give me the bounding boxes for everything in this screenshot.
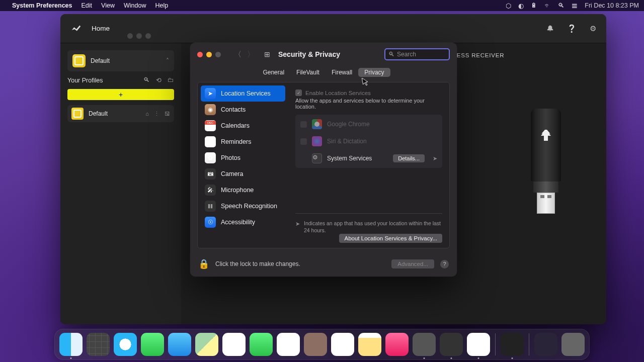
profile-row[interactable]: Default ⌂ ⋮ 🖫 bbox=[67, 105, 174, 122]
dock-maps[interactable] bbox=[195, 333, 218, 356]
dock-notes[interactable] bbox=[358, 333, 381, 356]
dock[interactable] bbox=[54, 329, 590, 360]
menubar: System Preferences Edit View Window Help… bbox=[0, 0, 644, 11]
help-icon[interactable]: ❔ bbox=[567, 24, 577, 33]
search-field[interactable]: 🔍︎ Search bbox=[384, 48, 450, 60]
cat-contacts[interactable]: ◉Contacts bbox=[201, 102, 285, 118]
close-icon[interactable] bbox=[197, 52, 203, 57]
menu-help[interactable]: Help bbox=[155, 2, 168, 9]
checkbox-checked-icon: ✓ bbox=[295, 89, 302, 96]
window-title: Security & Privacy bbox=[278, 50, 340, 58]
show-all-button[interactable]: ⊞ bbox=[264, 50, 270, 58]
privacy-category-list[interactable]: ➤Location Services ◉Contacts DEC17Calend… bbox=[198, 82, 288, 238]
app-menu[interactable]: System Preferences bbox=[12, 2, 72, 9]
status-battery-icon[interactable]: 🔋︎ bbox=[531, 2, 537, 9]
more-icon[interactable]: ⋮ bbox=[154, 111, 159, 117]
search-icon[interactable]: 🔍︎ bbox=[143, 76, 150, 84]
app-row-system-services: ⚙ System Services Details... ➤ bbox=[295, 150, 442, 167]
about-location-button[interactable]: About Location Services & Privacy... bbox=[339, 234, 442, 243]
photos-icon: ✿ bbox=[205, 152, 216, 163]
app-name: System Services bbox=[327, 155, 372, 162]
app-row-chrome[interactable]: Google Chrome bbox=[295, 116, 442, 133]
back-button[interactable]: 〈 bbox=[232, 50, 243, 59]
tab-general[interactable]: General bbox=[257, 68, 290, 77]
location-used-icon: ➤ bbox=[433, 155, 437, 162]
microphone-icon: 🎤︎ bbox=[205, 185, 216, 196]
dock-facetime[interactable] bbox=[250, 333, 273, 356]
dock-minimized-window[interactable] bbox=[534, 333, 557, 356]
dock-music[interactable] bbox=[385, 333, 409, 356]
app-row-siri[interactable]: Siri & Dictation bbox=[295, 133, 442, 150]
settings-gear-icon[interactable]: ⚙ bbox=[590, 24, 596, 33]
menubar-clock[interactable]: Fri Dec 10 8:23 PM bbox=[585, 2, 639, 9]
menu-view[interactable]: View bbox=[101, 2, 115, 9]
gear-icon: ⚙ bbox=[312, 153, 322, 163]
enable-ls-label: Enable Location Services bbox=[305, 90, 371, 96]
bgapp-traffic-lights[interactable] bbox=[127, 33, 151, 39]
waveform-icon: ⦀⦀ bbox=[205, 201, 216, 212]
allow-description: Allow the apps and services below to det… bbox=[295, 98, 442, 110]
status-icue-icon[interactable]: ⬡ bbox=[506, 2, 511, 10]
checkbox-icon bbox=[300, 121, 307, 128]
traffic-lights[interactable] bbox=[197, 52, 221, 57]
save-icon[interactable]: 🖫 bbox=[165, 111, 170, 117]
location-arrow-icon: ➤ bbox=[295, 220, 300, 234]
menu-window[interactable]: Window bbox=[124, 2, 146, 9]
dock-messages[interactable] bbox=[141, 333, 164, 356]
camera-icon: 📷︎ bbox=[205, 168, 216, 179]
status-control-center-icon[interactable]: 𝌆 bbox=[572, 2, 578, 10]
dock-icue[interactable] bbox=[501, 333, 524, 356]
checkbox-icon bbox=[300, 138, 307, 145]
dock-contacts[interactable] bbox=[304, 333, 327, 356]
device-icon bbox=[72, 54, 86, 67]
status-wifi-icon[interactable]: ᯤ bbox=[544, 2, 551, 9]
zoom-icon[interactable] bbox=[215, 52, 221, 57]
minimize-icon[interactable] bbox=[206, 52, 212, 57]
dock-chrome[interactable] bbox=[467, 333, 490, 356]
home-icon[interactable]: ⌂ bbox=[145, 111, 149, 117]
menu-edit[interactable]: Edit bbox=[82, 2, 93, 9]
cat-accessibility[interactable]: ☉Accessibility bbox=[201, 214, 285, 230]
bgapp-home-label[interactable]: Home bbox=[92, 25, 110, 32]
tab-firewall[interactable]: Firewall bbox=[326, 68, 358, 77]
system-preferences-window: 〈〉 ⊞ Security & Privacy 🔍︎ Search Genera… bbox=[190, 43, 457, 277]
calendar-icon: DEC17 bbox=[205, 120, 216, 131]
siri-icon bbox=[312, 136, 322, 146]
sync-icon[interactable]: ⟲ bbox=[156, 76, 162, 84]
lock-icon[interactable]: 🔒 bbox=[198, 258, 209, 269]
dock-finder[interactable] bbox=[59, 333, 83, 356]
search-placeholder: Search bbox=[397, 51, 416, 58]
status-obs-icon[interactable]: ◐ bbox=[518, 2, 524, 10]
tab-filevault[interactable]: FileVault bbox=[290, 68, 326, 77]
dock-safari[interactable] bbox=[114, 333, 137, 356]
status-spotlight-icon[interactable]: 🔍︎ bbox=[558, 2, 565, 9]
tab-privacy[interactable]: Privacy bbox=[358, 68, 390, 77]
dock-mail[interactable] bbox=[168, 333, 191, 356]
folder-icon[interactable]: 🗀 bbox=[168, 76, 174, 84]
cat-location-services[interactable]: ➤Location Services bbox=[201, 85, 285, 102]
advanced-button[interactable]: Advanced... bbox=[391, 259, 434, 268]
cat-photos[interactable]: ✿Photos bbox=[201, 150, 285, 166]
dock-reminders[interactable] bbox=[331, 333, 354, 356]
details-button[interactable]: Details... bbox=[393, 154, 425, 162]
cat-reminders[interactable]: ☰Reminders bbox=[201, 134, 285, 150]
divider bbox=[295, 213, 442, 214]
add-profile-button[interactable]: + bbox=[67, 89, 174, 100]
cat-calendars[interactable]: DEC17Calendars bbox=[201, 118, 285, 134]
help-button[interactable]: ? bbox=[440, 260, 449, 268]
dock-calendar[interactable] bbox=[277, 333, 300, 356]
location-arrow-icon: ➤ bbox=[205, 88, 216, 99]
dock-separator bbox=[495, 333, 496, 355]
notifications-icon[interactable]: 🔔︎ bbox=[546, 24, 554, 33]
dock-trash[interactable] bbox=[561, 333, 585, 356]
cat-speech[interactable]: ⦀⦀Speech Recognition bbox=[201, 198, 285, 214]
cat-camera[interactable]: 📷︎Camera bbox=[201, 166, 285, 182]
dock-launchpad[interactable] bbox=[87, 333, 110, 356]
dock-photos[interactable] bbox=[222, 333, 246, 356]
dock-system-preferences[interactable] bbox=[413, 333, 436, 356]
app-permission-list[interactable]: Google Chrome Siri & Dictation ⚙ System … bbox=[295, 115, 442, 168]
device-pill[interactable]: Default ˄ bbox=[67, 50, 174, 71]
dock-obs[interactable] bbox=[440, 333, 463, 356]
app-name: Google Chrome bbox=[327, 121, 370, 128]
cat-microphone[interactable]: 🎤︎Microphone bbox=[201, 182, 285, 198]
